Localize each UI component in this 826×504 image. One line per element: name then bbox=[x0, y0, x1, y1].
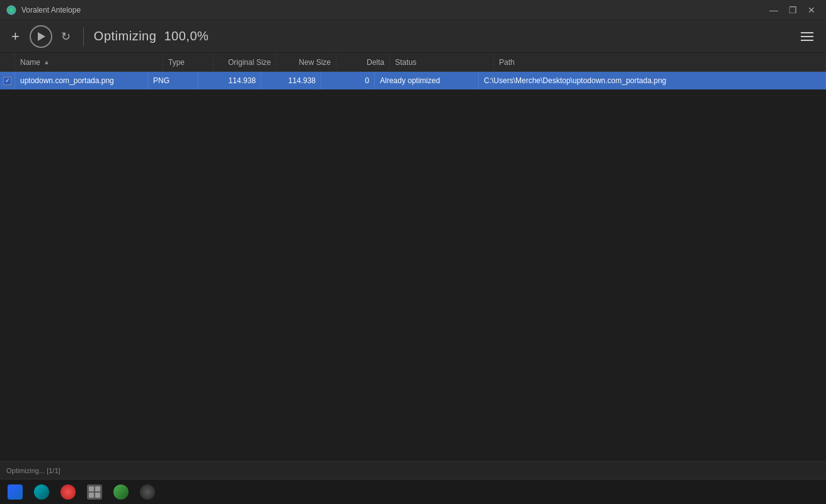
td-delta: 0 bbox=[321, 72, 375, 89]
status-left: Optimizing... [1/1] bbox=[6, 467, 60, 474]
hamburger-line-3 bbox=[801, 40, 813, 41]
hamburger-line-2 bbox=[801, 36, 813, 37]
teal-app-icon bbox=[34, 484, 49, 500]
sort-arrow-name: ▲ bbox=[43, 59, 50, 66]
td-type: PNG bbox=[148, 72, 198, 89]
green-app-icon bbox=[113, 484, 129, 500]
table-header: Name ▲ Type Original Size New Size Delta… bbox=[0, 53, 826, 72]
th-original-size[interactable]: Original Size bbox=[214, 53, 277, 71]
th-checkbox bbox=[0, 53, 15, 71]
taskbar-item-dark[interactable] bbox=[135, 481, 160, 503]
refresh-button[interactable]: ↻ bbox=[59, 27, 73, 46]
add-button[interactable]: + bbox=[8, 28, 23, 45]
taskbar-item-grid[interactable] bbox=[82, 481, 107, 503]
table-row[interactable]: ✓ uptodown.com_portada.png PNG 114.938 1… bbox=[0, 72, 826, 89]
close-button[interactable]: ✕ bbox=[803, 4, 820, 16]
taskbar-item-green[interactable] bbox=[108, 481, 134, 503]
th-type[interactable]: Type bbox=[163, 53, 214, 71]
toolbar-title: Optimizing 100,0% bbox=[94, 29, 789, 43]
taskbar-item-teal[interactable] bbox=[29, 481, 54, 503]
play-icon bbox=[38, 32, 45, 41]
dark-app-icon bbox=[140, 484, 155, 500]
taskbar bbox=[0, 479, 826, 504]
red-app-icon bbox=[60, 484, 76, 500]
td-new-size: 114.938 bbox=[261, 72, 321, 89]
taskbar-item-red[interactable] bbox=[55, 481, 81, 503]
status-bar: Optimizing... [1/1] bbox=[0, 461, 826, 479]
grid-app-icon bbox=[87, 484, 102, 500]
menu-button[interactable] bbox=[796, 30, 818, 43]
restore-button[interactable]: ❐ bbox=[784, 4, 801, 16]
table-container: Name ▲ Type Original Size New Size Delta… bbox=[0, 53, 826, 461]
td-status: Already optimized bbox=[375, 72, 479, 89]
toolbar: + ↻ Optimizing 100,0% bbox=[0, 20, 826, 53]
td-name: uptodown.com_portada.png bbox=[15, 72, 148, 89]
table-body: ✓ uptodown.com_portada.png PNG 114.938 1… bbox=[0, 72, 826, 461]
window-title: Voralent Antelope bbox=[21, 6, 81, 14]
td-original-size: 114.938 bbox=[198, 72, 261, 89]
td-path: C:\Users\Merche\Desktop\uptodown.com_por… bbox=[479, 72, 826, 89]
play-button[interactable] bbox=[30, 25, 52, 48]
checkbox-checked: ✓ bbox=[3, 77, 11, 85]
th-path[interactable]: Path bbox=[494, 53, 826, 71]
minimize-button[interactable]: — bbox=[766, 4, 782, 16]
th-new-size[interactable]: New Size bbox=[277, 53, 336, 71]
td-checkbox[interactable]: ✓ bbox=[0, 72, 15, 89]
title-bar: Voralent Antelope — ❐ ✕ bbox=[0, 0, 826, 20]
app-icon bbox=[6, 5, 16, 15]
th-name[interactable]: Name ▲ bbox=[15, 53, 163, 71]
status-text: Optimizing... [1/1] bbox=[6, 467, 60, 474]
th-status[interactable]: Status bbox=[390, 53, 494, 71]
title-bar-controls: — ❐ ✕ bbox=[766, 4, 820, 16]
taskbar-item-blue[interactable] bbox=[3, 481, 28, 503]
toolbar-divider bbox=[83, 27, 84, 46]
hamburger-line-1 bbox=[801, 32, 813, 33]
th-delta[interactable]: Delta bbox=[336, 53, 390, 71]
blue-app-icon bbox=[8, 484, 23, 500]
title-bar-left: Voralent Antelope bbox=[6, 5, 81, 15]
